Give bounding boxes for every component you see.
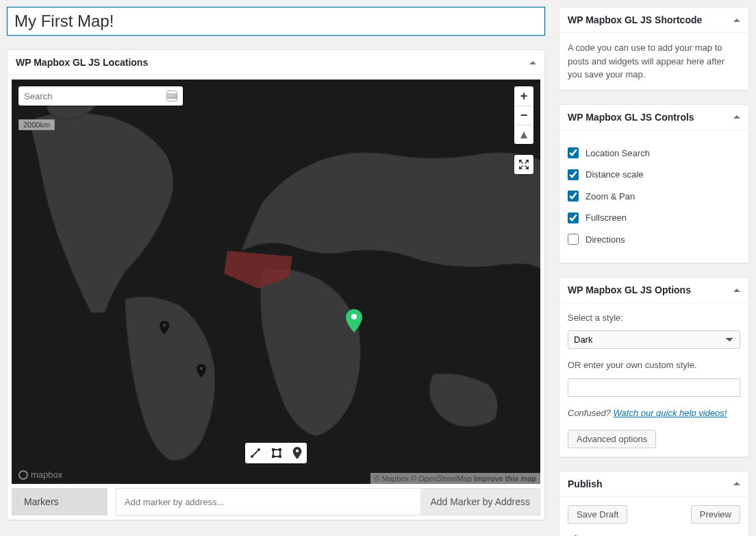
edit-status-link[interactable]: Edit xyxy=(644,533,659,536)
control-checkbox[interactable] xyxy=(568,234,579,245)
style-select-label: Select a style: xyxy=(568,311,740,325)
map-scale: 2000km xyxy=(18,119,55,130)
controls-postbox: WP Mapbox GL JS Controls Location Search… xyxy=(559,104,749,264)
shortcode-postbox: WP Mapbox GL JS Shortcode A code you can… xyxy=(559,7,749,90)
pushpin-icon: 📌 xyxy=(568,533,579,537)
control-checkbox-label[interactable]: Distance scale xyxy=(585,168,644,182)
control-checkbox-row: Zoom & Pan xyxy=(568,190,740,204)
control-checkbox[interactable] xyxy=(568,212,579,223)
keyboard-shortcut-icon: ⌨ xyxy=(166,90,177,101)
map-search-box: ⌨ xyxy=(18,86,183,106)
mapbox-logo-text: mapbox xyxy=(31,470,62,480)
advanced-options-button[interactable]: Advanced options xyxy=(568,430,656,448)
control-checkbox-row: Distance scale xyxy=(568,168,740,182)
shortcode-title: WP Mapbox GL JS Shortcode xyxy=(568,14,702,25)
map-canvas[interactable]: ⌨ 2000km + − xyxy=(12,80,540,484)
save-draft-button[interactable]: Save Draft xyxy=(568,505,627,524)
control-checkbox-row: Directions xyxy=(568,233,740,247)
zoom-in-button[interactable]: + xyxy=(514,86,533,106)
control-checkbox-row: Fullscreen xyxy=(568,211,740,225)
control-checkbox-row: Location Search xyxy=(568,147,740,160)
options-title: WP Mapbox GL JS Options xyxy=(568,284,691,295)
svg-rect-8 xyxy=(272,448,275,451)
map-zoom-controls: + − xyxy=(514,86,533,144)
draw-polygon-button[interactable] xyxy=(266,443,286,463)
map-marker-black-2[interactable] xyxy=(197,364,209,382)
control-checkbox-label[interactable]: Location Search xyxy=(585,147,650,160)
svg-point-2 xyxy=(163,324,166,327)
mapbox-logo-icon xyxy=(18,470,28,480)
control-checkbox[interactable] xyxy=(568,191,579,202)
status-label: Status: xyxy=(585,533,612,536)
title-input[interactable] xyxy=(7,7,545,36)
map-search-input[interactable] xyxy=(24,91,166,101)
add-marker-button[interactable]: Add Marker by Address xyxy=(420,489,540,515)
markers-tab[interactable]: Markers xyxy=(12,488,108,515)
collapse-toggle-icon[interactable] xyxy=(529,61,536,64)
svg-rect-11 xyxy=(279,455,281,458)
or-text: OR enter your own custom style. xyxy=(568,358,740,372)
svg-rect-10 xyxy=(272,455,275,458)
preview-button[interactable]: Preview xyxy=(691,505,740,524)
confused-text: Confused? xyxy=(568,408,614,418)
map-marker-green[interactable] xyxy=(346,309,358,327)
publish-postbox: Publish Save Draft Preview 📌 Status: Dra… xyxy=(559,471,749,537)
attr-improve[interactable]: Improve this map xyxy=(474,474,536,483)
svg-point-3 xyxy=(200,367,203,370)
svg-rect-9 xyxy=(279,448,281,451)
style-select[interactable]: Dark xyxy=(568,330,740,349)
map-fullscreen-control xyxy=(514,155,533,174)
locations-postbox: WP Mapbox GL JS Locations xyxy=(7,49,545,520)
custom-style-input[interactable] xyxy=(568,378,740,397)
fullscreen-button[interactable] xyxy=(514,155,533,174)
locations-title: WP Mapbox GL JS Locations xyxy=(16,57,148,68)
compass-button[interactable] xyxy=(514,125,533,144)
control-checkbox-label[interactable]: Directions xyxy=(585,233,625,247)
map-marker-black-1[interactable] xyxy=(160,321,172,339)
draw-point-button[interactable] xyxy=(286,443,307,463)
collapse-toggle-icon[interactable] xyxy=(733,19,740,22)
attr-mapbox[interactable]: © Mapbox xyxy=(375,474,409,483)
compass-icon xyxy=(520,132,527,138)
mapbox-logo: mapbox xyxy=(18,470,62,480)
collapse-toggle-icon[interactable] xyxy=(733,482,740,485)
collapse-toggle-icon[interactable] xyxy=(733,115,740,119)
shortcode-text: A code you can use to add your map to po… xyxy=(568,42,724,80)
svg-point-1 xyxy=(351,314,357,319)
draw-line-button[interactable] xyxy=(245,443,266,463)
add-marker-input[interactable] xyxy=(116,489,420,515)
collapse-toggle-icon[interactable] xyxy=(733,289,740,292)
options-postbox: WP Mapbox GL JS Options Select a style: … xyxy=(559,277,749,457)
control-checkbox[interactable] xyxy=(568,169,579,180)
zoom-out-button[interactable]: − xyxy=(514,106,533,125)
publish-title: Publish xyxy=(568,478,603,489)
control-checkbox-label[interactable]: Fullscreen xyxy=(585,211,627,225)
attr-osm[interactable]: © OpenStreetMap xyxy=(411,474,472,483)
add-marker-row: Add Marker by Address xyxy=(116,488,540,515)
help-link[interactable]: Watch our quick help videos! xyxy=(614,408,727,418)
control-checkbox-label[interactable]: Zoom & Pan xyxy=(585,190,635,204)
status-value: Draft xyxy=(618,533,638,536)
map-attribution: © Mapbox © OpenStreetMap Improve this ma… xyxy=(370,473,540,484)
svg-line-6 xyxy=(253,450,258,456)
controls-title: WP Mapbox GL JS Controls xyxy=(568,112,694,123)
control-checkbox[interactable] xyxy=(568,147,579,158)
svg-point-12 xyxy=(295,450,298,452)
draw-toolbar xyxy=(245,443,307,463)
